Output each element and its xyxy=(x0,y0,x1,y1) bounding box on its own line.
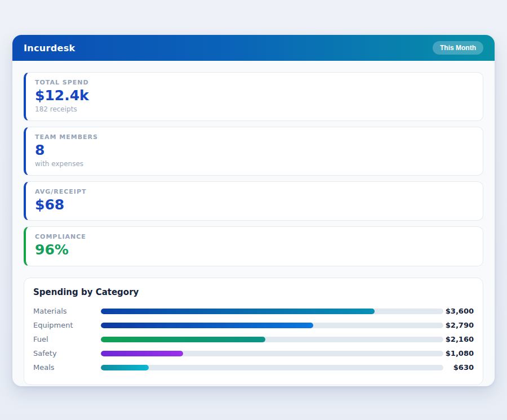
bar-materials xyxy=(101,309,375,314)
app-title: Incurdesk xyxy=(24,43,75,53)
category-label: Equipment xyxy=(33,321,101,329)
bar-equipment xyxy=(101,323,313,328)
period-badge[interactable]: This Month xyxy=(433,41,483,55)
category-label: Materials xyxy=(33,307,101,315)
stat-card-avg-receipt: AVG/RECEIPT $68 xyxy=(24,181,483,221)
stat-value: $12.4k xyxy=(35,88,474,104)
chart-row-equipment: Equipment $2,790 xyxy=(33,318,474,332)
stat-label: AVG/RECEIPT xyxy=(35,188,474,195)
stat-label: TEAM MEMBERS xyxy=(35,133,474,141)
bar-track xyxy=(101,365,443,370)
stat-value: 8 xyxy=(35,142,474,159)
chart-row-meals: Meals $630 xyxy=(33,360,474,374)
stat-subtext: 182 receipts xyxy=(35,105,474,113)
chart-title: Spending by Category xyxy=(33,287,474,297)
bar-track xyxy=(101,337,443,342)
app-header: Incurdesk This Month xyxy=(12,35,495,61)
stat-card-compliance: COMPLIANCE 96% xyxy=(24,226,483,266)
category-label: Meals xyxy=(33,363,101,372)
category-value: $3,600 xyxy=(443,307,474,315)
stat-label: TOTAL SPEND xyxy=(35,79,474,86)
stat-card-team-members: TEAM MEMBERS 8 with expenses xyxy=(24,127,483,176)
spending-by-category-card: Spending by Category Materials $3,600 Eq… xyxy=(24,278,483,385)
stat-value: $68 xyxy=(35,197,474,213)
stat-card-total-spend: TOTAL SPEND $12.4k 182 receipts xyxy=(24,72,483,121)
panel-body: TOTAL SPEND $12.4k 182 receipts TEAM MEM… xyxy=(12,61,495,386)
chart-row-fuel: Fuel $2,160 xyxy=(33,332,474,346)
category-value: $2,790 xyxy=(443,321,474,329)
bar-track xyxy=(101,351,443,356)
category-value: $2,160 xyxy=(443,335,474,343)
category-label: Safety xyxy=(33,349,101,358)
category-value: $1,080 xyxy=(443,349,474,358)
stat-label: COMPLIANCE xyxy=(35,233,474,240)
bar-fuel xyxy=(101,337,265,342)
bar-track xyxy=(101,309,443,314)
stat-subtext: with expenses xyxy=(35,160,474,168)
category-value: $630 xyxy=(443,363,474,372)
bar-safety xyxy=(101,351,183,356)
category-label: Fuel xyxy=(33,335,101,343)
chart-row-materials: Materials $3,600 xyxy=(33,304,474,318)
stat-value: 96% xyxy=(35,242,474,258)
dashboard-panel: Incurdesk This Month TOTAL SPEND $12.4k … xyxy=(12,35,495,386)
bar-meals xyxy=(101,365,149,370)
chart-row-safety: Safety $1,080 xyxy=(33,346,474,360)
bar-track xyxy=(101,323,443,328)
